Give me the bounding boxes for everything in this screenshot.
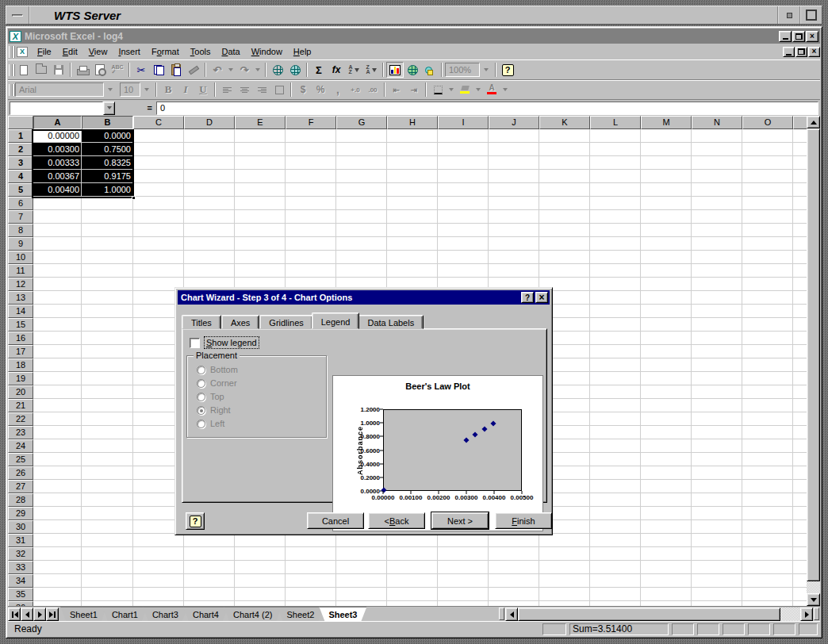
cell-k5[interactable] (539, 183, 590, 197)
cell-o9[interactable] (742, 237, 793, 251)
cell-n36[interactable] (692, 601, 742, 606)
cell-b28[interactable] (82, 493, 133, 507)
cell-m1[interactable] (641, 129, 692, 143)
cell-i36[interactable] (438, 601, 489, 606)
paste-function-button[interactable]: fx (328, 62, 345, 78)
cell-l15[interactable] (590, 318, 641, 332)
cell-l21[interactable] (590, 399, 641, 412)
cell-e34[interactable] (235, 574, 286, 588)
first-sheet-button[interactable] (8, 608, 21, 621)
cell-e11[interactable] (235, 264, 286, 278)
cell-n18[interactable] (692, 358, 742, 372)
cell-g36[interactable] (336, 601, 387, 606)
row-header-1[interactable]: 1 (8, 129, 33, 143)
cell-g2[interactable] (336, 143, 387, 156)
cell-n12[interactable] (692, 278, 742, 291)
cell-m28[interactable] (641, 493, 692, 507)
cell-f4[interactable] (286, 170, 336, 183)
menu-view[interactable]: View (83, 44, 113, 59)
cell-g5[interactable] (336, 183, 387, 197)
cell-f31[interactable] (286, 534, 336, 547)
cell-c11[interactable] (133, 264, 184, 278)
finish-button[interactable]: Finish (495, 512, 552, 529)
cell-i34[interactable] (438, 574, 489, 588)
font-color-button[interactable]: A (483, 82, 500, 98)
cell-l24[interactable] (590, 439, 641, 453)
row-header-24[interactable]: 24 (8, 439, 33, 453)
column-header-c[interactable]: C (133, 116, 184, 129)
cell-l30[interactable] (590, 520, 641, 534)
cell-a36[interactable] (33, 601, 82, 606)
undo-dropdown-button[interactable] (226, 62, 236, 78)
dialog-close-button[interactable]: × (535, 292, 548, 303)
cell-a31[interactable] (33, 534, 82, 547)
insert-hyperlink-button[interactable] (269, 62, 286, 78)
cell-n8[interactable] (692, 224, 742, 237)
cell-h34[interactable] (387, 574, 438, 588)
cell-d31[interactable] (184, 534, 235, 547)
cell-n7[interactable] (692, 210, 742, 224)
cell-j2[interactable] (489, 143, 539, 156)
formula-input[interactable]: 0 (156, 102, 818, 115)
cell-k1[interactable] (539, 129, 590, 143)
cell-o36[interactable] (742, 601, 793, 606)
column-header-m[interactable]: M (641, 116, 692, 129)
cell-i1[interactable] (438, 129, 489, 143)
cell-j10[interactable] (489, 251, 539, 264)
row-header-3[interactable]: 3 (8, 156, 33, 170)
print-preview-button[interactable] (91, 62, 109, 78)
cell-g3[interactable] (336, 156, 387, 170)
column-header-d[interactable]: D (184, 116, 235, 129)
cell-h2[interactable] (387, 143, 438, 156)
column-header-g[interactable]: G (336, 116, 387, 129)
cell-m5[interactable] (641, 183, 692, 197)
scroll-left-button[interactable] (505, 608, 518, 621)
cell-c10[interactable] (133, 251, 184, 264)
cell-b21[interactable] (82, 399, 133, 412)
menu-help[interactable]: Help (288, 44, 317, 59)
cell-o32[interactable] (742, 547, 793, 561)
open-button[interactable] (33, 62, 50, 78)
cell-d8[interactable] (184, 224, 235, 237)
cell-f10[interactable] (286, 251, 336, 264)
cell-l22[interactable] (590, 412, 641, 426)
row-header-23[interactable]: 23 (8, 426, 33, 439)
cell-d36[interactable] (184, 601, 235, 606)
cell-n13[interactable] (692, 291, 742, 305)
cell-m14[interactable] (641, 305, 692, 318)
cell-b5[interactable]: 1.0000 (82, 183, 133, 197)
cell-l26[interactable] (590, 466, 641, 480)
cell-h3[interactable] (387, 156, 438, 170)
cell-n34[interactable] (692, 574, 742, 588)
cell-m12[interactable] (641, 278, 692, 291)
vertical-scroll-thumb[interactable] (807, 128, 820, 581)
cell-n21[interactable] (692, 399, 742, 412)
cell-n24[interactable] (692, 439, 742, 453)
cell-j34[interactable] (489, 574, 539, 588)
cell-b9[interactable] (82, 237, 133, 251)
row-header-17[interactable]: 17 (8, 345, 33, 358)
cell-j4[interactable] (489, 170, 539, 183)
cell-b4[interactable]: 0.9175 (82, 170, 133, 183)
row-header-8[interactable]: 8 (8, 224, 33, 237)
scroll-right-button[interactable] (800, 608, 813, 621)
vertical-scroll-track[interactable] (807, 128, 820, 593)
cell-n3[interactable] (692, 156, 742, 170)
sheet-tab-chart4[interactable]: Chart4 (183, 607, 228, 621)
cell-l13[interactable] (590, 291, 641, 305)
dialog-help-button[interactable]: ? (521, 292, 534, 303)
cell-f32[interactable] (286, 547, 336, 561)
horizontal-scroll-track[interactable] (518, 608, 800, 621)
row-header-2[interactable]: 2 (8, 143, 33, 156)
cell-k31[interactable] (539, 534, 590, 547)
cell-m35[interactable] (641, 588, 692, 601)
cell-a10[interactable] (33, 251, 82, 264)
decrease-indent-button[interactable]: ⇤ (388, 82, 405, 98)
align-right-button[interactable] (253, 82, 270, 98)
cell-m9[interactable] (641, 237, 692, 251)
app-restore-button[interactable] (792, 31, 805, 42)
cell-l10[interactable] (590, 251, 641, 264)
cell-d6[interactable] (184, 197, 235, 210)
cell-g31[interactable] (336, 534, 387, 547)
cell-g33[interactable] (336, 561, 387, 574)
